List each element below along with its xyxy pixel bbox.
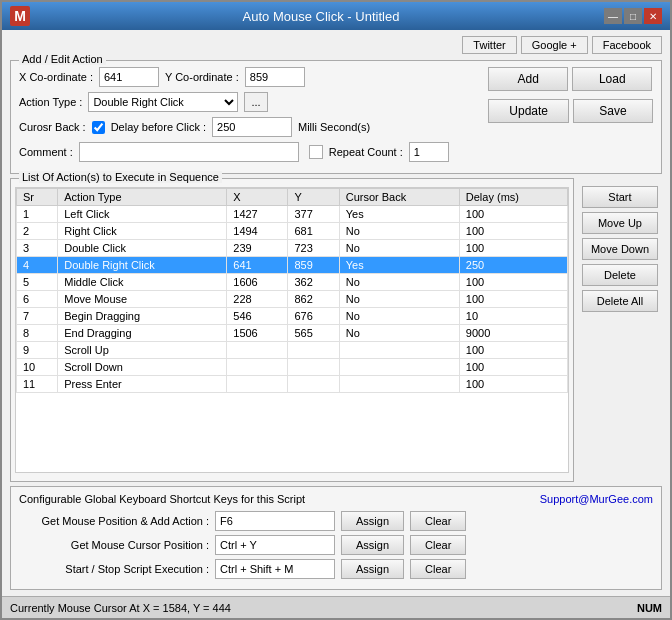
shortcut-label-1: Get Mouse Cursor Position : [19,539,209,551]
repeat-count-label: Repeat Count : [329,146,403,158]
col-y: Y [288,189,339,206]
header-row: Sr Action Type X Y Cursor Back Delay (ms… [17,189,568,206]
comment-input[interactable] [79,142,299,162]
save-button[interactable]: Save [573,99,653,123]
clear-btn-2[interactable]: Clear [410,559,466,579]
main-window: M Auto Mouse Click - Untitled — □ ✕ Twit… [0,0,672,620]
cursor-back-checkbox[interactable] [92,121,105,134]
delay-unit: Milli Second(s) [298,121,370,133]
table-row[interactable]: 8End Dragging1506565No9000 [17,325,568,342]
minimize-button[interactable]: — [604,8,622,24]
assign-btn-1[interactable]: Assign [341,535,404,555]
col-action-type: Action Type [58,189,227,206]
form-fields: X Co-ordinate : Y Co-ordinate : Action T… [19,67,480,167]
table-wrapper[interactable]: Sr Action Type X Y Cursor Back Delay (ms… [15,187,569,473]
social-bar: Twitter Google + Facebook [10,36,662,54]
table-row[interactable]: 9Scroll Up100 [17,342,568,359]
table-row[interactable]: 1Left Click1427377Yes100 [17,206,568,223]
comment-label: Comment : [19,146,73,158]
shortcuts-rows: Get Mouse Position & Add Action :AssignC… [19,511,653,579]
status-text: Currently Mouse Cursor At X = 1584, Y = … [10,602,231,614]
repeat-count-input[interactable] [409,142,449,162]
action-buttons: Add Load Update Save [488,67,653,167]
window-controls: — □ ✕ [604,8,662,24]
table-header: Sr Action Type X Y Cursor Back Delay (ms… [17,189,568,206]
app-icon: M [10,6,30,26]
dots-button[interactable]: ... [244,92,267,112]
table-row[interactable]: 4Double Right Click641859Yes250 [17,257,568,274]
form-area: X Co-ordinate : Y Co-ordinate : Action T… [19,67,653,167]
shortcut-row-1: Get Mouse Cursor Position :AssignClear [19,535,653,555]
comment-checkbox[interactable] [309,145,323,159]
table-area: List Of Action(s) to Execute in Sequence… [10,178,662,482]
clear-btn-1[interactable]: Clear [410,535,466,555]
x-coord-input[interactable] [99,67,159,87]
delay-label: Delay before Click : [111,121,206,133]
move-down-button[interactable]: Move Down [582,238,658,260]
cursor-back-label: Curosr Back : [19,121,86,133]
table-row[interactable]: 5Middle Click1606362No100 [17,274,568,291]
action-type-row: Action Type : Double Right Click ... [19,92,480,112]
action-type-select[interactable]: Double Right Click [88,92,238,112]
cursor-delay-row: Curosr Back : Delay before Click : Milli… [19,117,480,137]
maximize-button[interactable]: □ [624,8,642,24]
shortcuts-header: Configurable Global Keyboard Shortcut Ke… [19,493,653,505]
facebook-button[interactable]: Facebook [592,36,662,54]
add-edit-section: Add / Edit Action X Co-ordinate : Y Co-o… [10,60,662,174]
shortcuts-section: Configurable Global Keyboard Shortcut Ke… [10,486,662,590]
shortcuts-section-label: Configurable Global Keyboard Shortcut Ke… [19,493,305,505]
actions-table: Sr Action Type X Y Cursor Back Delay (ms… [16,188,568,393]
col-cursor-back: Cursor Back [339,189,459,206]
delete-all-button[interactable]: Delete All [582,290,658,312]
table-body: 1Left Click1427377Yes1002Right Click1494… [17,206,568,393]
table-row[interactable]: 11Press Enter100 [17,376,568,393]
table-row[interactable]: 2Right Click1494681No100 [17,223,568,240]
shortcut-label-2: Start / Stop Script Execution : [19,563,209,575]
table-row[interactable]: 3Double Click239723No100 [17,240,568,257]
comment-row: Comment : Repeat Count : [19,142,480,162]
support-link[interactable]: Support@MurGee.com [540,493,653,505]
status-bar: Currently Mouse Cursor At X = 1584, Y = … [2,596,670,618]
col-x: X [227,189,288,206]
add-edit-label: Add / Edit Action [19,53,106,65]
twitter-button[interactable]: Twitter [462,36,516,54]
window-title: Auto Mouse Click - Untitled [38,9,604,24]
start-button[interactable]: Start [582,186,658,208]
shortcut-input-0[interactable] [215,511,335,531]
assign-btn-2[interactable]: Assign [341,559,404,579]
shortcut-input-1[interactable] [215,535,335,555]
shortcut-row-0: Get Mouse Position & Add Action :AssignC… [19,511,653,531]
delay-input[interactable] [212,117,292,137]
move-up-button[interactable]: Move Up [582,212,658,234]
col-sr: Sr [17,189,58,206]
clear-btn-0[interactable]: Clear [410,511,466,531]
y-coord-input[interactable] [245,67,305,87]
x-coord-label: X Co-ordinate : [19,71,93,83]
num-indicator: NUM [637,602,662,614]
cursor-back-checkbox-wrapper [92,121,105,134]
table-section-label: List Of Action(s) to Execute in Sequence [19,171,222,183]
shortcut-label-0: Get Mouse Position & Add Action : [19,515,209,527]
shortcut-row-2: Start / Stop Script Execution :AssignCle… [19,559,653,579]
delete-button[interactable]: Delete [582,264,658,286]
main-content: Twitter Google + Facebook Add / Edit Act… [2,30,670,596]
assign-btn-0[interactable]: Assign [341,511,404,531]
table-row[interactable]: 7Begin Dragging546676No10 [17,308,568,325]
shortcut-input-2[interactable] [215,559,335,579]
update-button[interactable]: Update [488,99,569,123]
action-type-label: Action Type : [19,96,82,108]
title-bar: M Auto Mouse Click - Untitled — □ ✕ [2,2,670,30]
close-button[interactable]: ✕ [644,8,662,24]
table-side-buttons: Start Move Up Move Down Delete Delete Al… [578,178,662,482]
load-button[interactable]: Load [572,67,652,91]
coord-row: X Co-ordinate : Y Co-ordinate : [19,67,480,87]
y-coord-label: Y Co-ordinate : [165,71,239,83]
google-plus-button[interactable]: Google + [521,36,588,54]
table-row[interactable]: 6Move Mouse228862No100 [17,291,568,308]
add-button[interactable]: Add [488,67,568,91]
table-row[interactable]: 10Scroll Down100 [17,359,568,376]
table-section: List Of Action(s) to Execute in Sequence… [10,178,574,482]
col-delay: Delay (ms) [459,189,567,206]
